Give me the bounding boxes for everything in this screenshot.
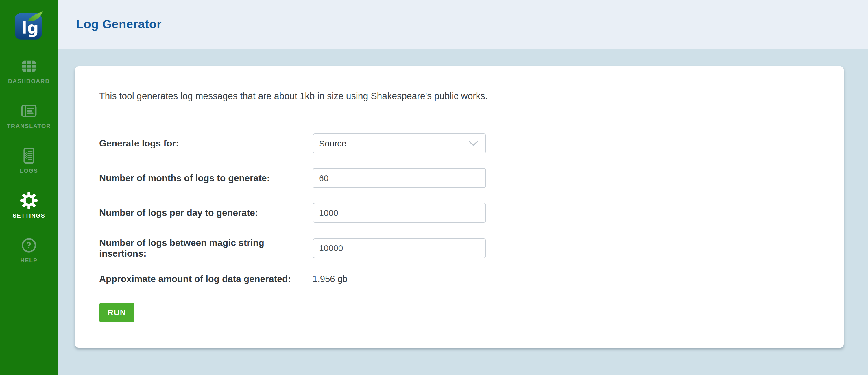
sidebar-nav: DASHBOARD TRANSLATOR — [0, 57, 58, 281]
field-label: Number of logs between magic string inse… — [99, 237, 313, 259]
field-label: Number of months of logs to generate: — [99, 173, 313, 183]
field-label: Approximate amount of log data generated… — [99, 274, 313, 284]
form-row-approx-amount: Approximate amount of log data generated… — [99, 274, 820, 284]
sidebar-item-settings[interactable]: SETTINGS — [0, 192, 58, 219]
sidebar-item-translator[interactable]: TRANSLATOR — [0, 102, 58, 129]
field-label: Generate logs for: — [99, 138, 313, 149]
tool-description: This tool generates log messages that ar… — [99, 90, 820, 102]
settings-gear-icon — [20, 192, 38, 209]
form-row-magic-string: Number of logs between magic string inse… — [99, 237, 820, 259]
form-row-logs-per-day: Number of logs per day to generate: — [99, 203, 820, 223]
translator-document-icon — [20, 102, 38, 120]
form-row-generate-logs-for: Generate logs for: Source — [99, 134, 820, 154]
app-window: Ig DASHBOARD — [0, 0, 868, 375]
main-content: This tool generates log messages that ar… — [58, 50, 868, 375]
log-generator-card: This tool generates log messages that ar… — [75, 66, 844, 347]
dashboard-table-icon — [20, 57, 38, 75]
sidebar-item-label: LOGS — [20, 168, 38, 174]
generate-logs-for-select[interactable]: Source — [313, 134, 486, 154]
sidebar-item-label: SETTINGS — [13, 212, 45, 219]
help-question-icon: ? — [20, 236, 38, 254]
logs-list-icon — [20, 147, 38, 165]
select-value: Source — [319, 139, 346, 148]
sidebar-item-label: HELP — [20, 257, 38, 264]
approx-data-amount-value: 1.956 gb — [313, 274, 347, 284]
run-button[interactable]: RUN — [99, 303, 134, 322]
months-input[interactable] — [313, 168, 486, 188]
svg-text:?: ? — [26, 240, 32, 250]
form-row-months: Number of months of logs to generate: — [99, 168, 820, 188]
field-label: Number of logs per day to generate: — [99, 207, 313, 218]
sidebar-item-dashboard[interactable]: DASHBOARD — [0, 57, 58, 84]
sidebar: Ig DASHBOARD — [0, 0, 58, 375]
chevron-down-icon — [469, 141, 478, 146]
app-logo[interactable]: Ig — [14, 10, 44, 41]
sidebar-item-logs[interactable]: LOGS — [0, 147, 58, 174]
magic-string-interval-input[interactable] — [313, 238, 486, 258]
sidebar-item-label: DASHBOARD — [8, 78, 50, 84]
sidebar-item-label: TRANSLATOR — [7, 123, 51, 129]
logs-per-day-input[interactable] — [313, 203, 486, 223]
header: Log Generator — [58, 0, 868, 49]
sidebar-item-help[interactable]: ? HELP — [0, 236, 58, 264]
logo-text: Ig — [21, 19, 39, 37]
page-title: Log Generator — [76, 17, 162, 31]
